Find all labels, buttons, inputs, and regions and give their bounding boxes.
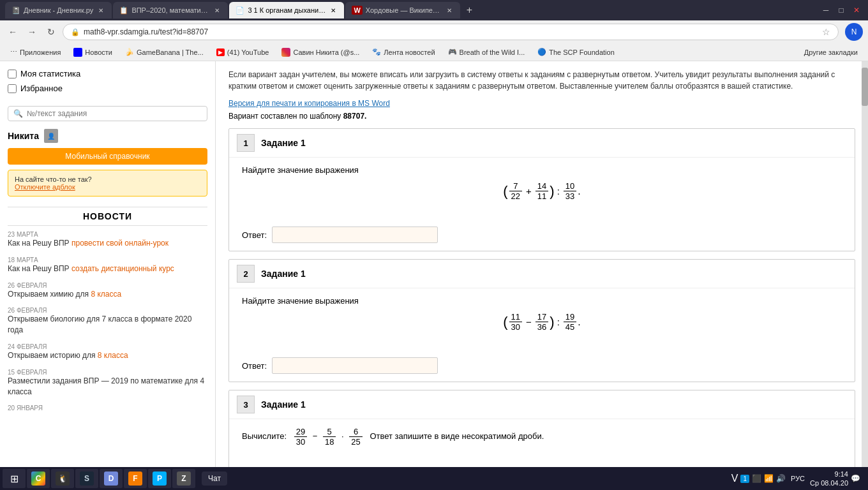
tab-dnevnik[interactable]: 📓 Дневник - Дневник.ру ✕ <box>5 2 112 19</box>
bookmark-savin[interactable]: Савин Никита (@s... <box>276 47 364 58</box>
news-link-4[interactable]: 8 класса <box>98 351 128 360</box>
app7-icon: Z <box>177 471 191 486</box>
answer-input-2[interactable] <box>272 357 438 374</box>
tab-wikipedia[interactable]: W Хордовые — Википедия ✕ <box>345 2 460 19</box>
taskbar-chrome[interactable]: C <box>27 469 50 488</box>
variant-label: Вариант составлен по шаблону <box>228 112 341 121</box>
bookmark-youtube[interactable]: ▶ (41) YouTube <box>211 47 274 57</box>
variant-info: Вариант составлен по шаблону 88707. <box>228 112 855 121</box>
task-number-2: 2 <box>237 265 255 283</box>
news-date-3: 26 ФЕВРАЛЯ <box>8 307 207 314</box>
my-stats-checkbox[interactable] <box>8 70 17 78</box>
gamebanana-label: GameBanana | The... <box>137 48 204 56</box>
taskbar: ⊞ C 🐧 S D F P Z Чат V 1 ⬛ 📶 🔊 РУС 9:14 С… <box>0 467 868 490</box>
bookmark-apps[interactable]: ⋯ Приложения <box>5 47 66 57</box>
linux-icon: 🐧 <box>56 471 70 486</box>
print-link[interactable]: Версия для печати и копирования в MS Wor… <box>228 99 390 108</box>
fraction-11-30: 11 30 <box>509 312 522 332</box>
tab-close-vpr[interactable]: ✕ <box>213 6 221 15</box>
period-1: . <box>578 186 580 197</box>
news-date-2: 26 ФЕВРАЛЯ <box>8 282 207 289</box>
news-item-0: 23 МАРТА Как на Решу ВПР провести свой о… <box>8 231 207 249</box>
language-indicator[interactable]: РУС <box>788 475 807 482</box>
chat-button[interactable]: Чат <box>202 471 227 486</box>
bookmark-lenta[interactable]: 🐾 Лента новостей <box>367 47 440 57</box>
bookmark-scp[interactable]: 🔵 The SCP Foundation <box>532 47 620 57</box>
math-expr-1: ( 7 22 + 14 11 <box>242 175 842 207</box>
profile-icon[interactable]: N <box>845 23 863 41</box>
fraction-5-18-inline: 5 18 <box>323 427 336 447</box>
start-button[interactable]: ⊞ <box>3 469 26 488</box>
adblock-line1: На сайте что-то не так? <box>15 175 200 183</box>
answer-input-1[interactable] <box>272 226 438 243</box>
taskbar-app7[interactable]: Z <box>172 469 195 488</box>
favorites-checkbox[interactable] <box>8 84 17 93</box>
more-bookmarks-button[interactable]: Другие закладки <box>799 47 863 57</box>
news-title-5: Разместили задания ВПР — 2019 по математ… <box>8 376 207 397</box>
news-title-1: Как на Решу ВПР создать дистанционный ку… <box>8 264 207 274</box>
scrollbar-thumb[interactable] <box>862 68 868 106</box>
adblock-line2: Отключите адблок <box>15 183 200 191</box>
fraction-19-45: 19 45 <box>564 312 576 332</box>
minus-3: − <box>313 431 318 441</box>
task-title-3: Задание 1 <box>261 399 306 410</box>
news-link-2[interactable]: 8 класса <box>91 290 121 299</box>
back-button[interactable]: ← <box>5 24 20 40</box>
news-item-6: 20 ЯНВАРЯ <box>8 405 207 412</box>
close-button[interactable]: ✕ <box>850 4 863 17</box>
answer-suffix-3: Ответ запишите в виде несократимой дроби… <box>370 431 544 441</box>
steam-icon: S <box>80 471 94 486</box>
news-link-0[interactable]: провести свой онлайн-урок <box>71 239 168 248</box>
scrollbar[interactable] <box>862 61 868 467</box>
answer-row-1: Ответ: <box>229 221 855 251</box>
maximize-button[interactable]: □ <box>835 4 848 17</box>
division-1: : <box>557 186 560 197</box>
tab-close-wikipedia[interactable]: ✕ <box>445 6 454 15</box>
news-link-1[interactable]: создать дистанционный курс <box>71 264 174 273</box>
vk-tray-icon[interactable]: V <box>731 473 738 484</box>
search-box[interactable]: 🔍 <box>8 106 207 121</box>
botw-label: Breath of the Wild I... <box>460 48 525 56</box>
tab-close-active[interactable]: ✕ <box>329 6 338 15</box>
bookmark-star-icon[interactable]: ☆ <box>822 27 830 37</box>
address-bar: ← → ↻ 🔒 math8-vpr.sdamgia.ru/test?id=887… <box>0 20 868 43</box>
new-tab-button[interactable]: + <box>461 3 477 18</box>
forward-button[interactable]: → <box>24 24 40 40</box>
my-stats-item[interactable]: Моя статистика <box>8 66 207 81</box>
tab-label-dnevnik: Дневник - Дневник.ру <box>24 6 93 14</box>
tab-vpr[interactable]: 📋 ВПР–2020, математика–8: зада... ✕ <box>113 2 228 19</box>
task-body-2: Найдите значение выражения ( 11 30 − <box>229 288 855 352</box>
favorites-item[interactable]: Избранное <box>8 81 207 96</box>
url-bar[interactable]: 🔒 math8-vpr.sdamgia.ru/test?id=88707 ☆ <box>63 24 839 40</box>
open-paren-1: ( <box>503 183 507 200</box>
bookmark-botw[interactable]: 🎮 Breath of the Wild I... <box>443 47 530 57</box>
answer-label-2: Ответ: <box>242 361 267 371</box>
news-item-5: 15 ФЕВРАЛЯ Разместили задания ВПР — 2019… <box>8 369 207 397</box>
open-paren-2: ( <box>503 314 507 330</box>
tab-icon-active: 📄 <box>236 6 244 15</box>
task-header-1: 1 Задание 1 <box>229 129 855 158</box>
tab-active[interactable]: 📄 3 1 К органам дыхания членисто... ✕ <box>229 2 344 19</box>
bookmark-novosti[interactable]: Новости <box>68 47 117 58</box>
notification-icon[interactable]: 💬 <box>851 474 860 483</box>
url-text: math8-vpr.sdamgia.ru/test?id=88707 <box>84 27 818 36</box>
task-block-3: 3 Задание 1 Вычислите: 29 30 − <box>228 390 855 467</box>
tab-close-dnevnik[interactable]: ✕ <box>96 6 105 15</box>
bookmark-gamebanana[interactable]: 🍌 GameBanana | The... <box>120 47 209 57</box>
mobile-ref-button[interactable]: Мобильный справочник <box>8 148 207 165</box>
reload-button[interactable]: ↻ <box>43 24 59 40</box>
taskbar-steam[interactable]: S <box>75 469 98 488</box>
apps-label: Приложения <box>20 48 61 56</box>
user-section: Никита 👤 <box>0 126 215 145</box>
youtube-label: (41) YouTube <box>227 48 269 56</box>
minimize-button[interactable]: ─ <box>819 4 832 17</box>
search-input[interactable] <box>27 109 202 118</box>
volume-icon[interactable]: 🔊 <box>776 474 786 483</box>
wifi-icon[interactable]: 📶 <box>764 474 774 483</box>
minus-operator-2: − <box>526 316 532 327</box>
taskbar-photoshop[interactable]: P <box>148 469 171 488</box>
taskbar-fl[interactable]: F <box>124 469 147 488</box>
taskbar-linux[interactable]: 🐧 <box>51 469 74 488</box>
fraction-6-25-inline: 6 25 <box>349 427 362 447</box>
taskbar-discord[interactable]: D <box>100 469 123 488</box>
